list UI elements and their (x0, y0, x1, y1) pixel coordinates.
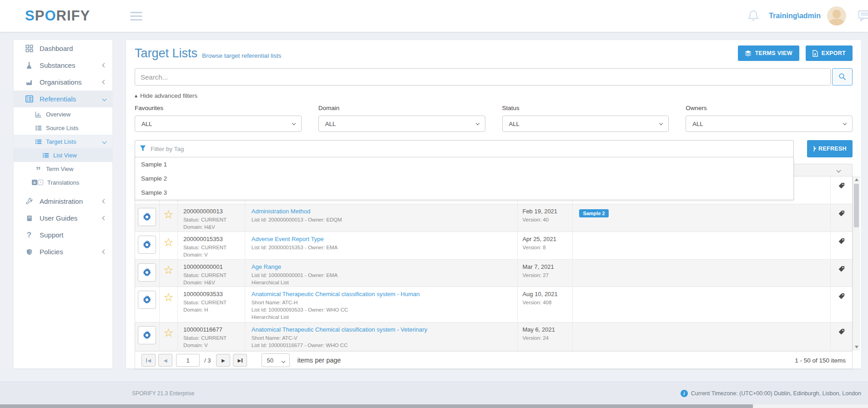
chevron-down-icon (292, 121, 296, 125)
list-id-label: List Id: 200000015353 - Owner: EMA (252, 244, 518, 251)
tag-icon[interactable] (838, 182, 845, 204)
header-chevron-down-icon[interactable] (837, 168, 841, 172)
timezone-label: Current Timezone: (UTC+00:00) Dublin, Ed… (691, 390, 861, 397)
tag-filter-input[interactable] (135, 140, 794, 157)
horizontal-scrollbar[interactable] (0, 404, 868, 408)
status-filter-label: Status (502, 105, 669, 114)
sidebar-toggle-icon[interactable] (130, 12, 142, 20)
sidebar-item-substances[interactable]: Substances (14, 57, 112, 74)
chevron-left-icon (102, 250, 107, 254)
advanced-filters: Favourites ALL Domain ALL Status ALL Own… (135, 105, 853, 132)
version-label: Version: 408 (522, 299, 572, 306)
tag-icon[interactable] (838, 328, 845, 350)
first-page-button[interactable]: ◀ (141, 354, 156, 367)
tag-option[interactable]: Sample 2 (135, 171, 793, 186)
domain-filter-select[interactable]: ALL (318, 116, 485, 132)
list-name-link[interactable]: Anatomical Therapeutic Chemical classifi… (252, 326, 518, 334)
footer: SPORIFY 21.3 Enterprise i Current Timezo… (0, 382, 868, 404)
favourite-star-icon[interactable]: ☆ (163, 327, 173, 350)
scroll-up-icon[interactable] (855, 178, 858, 181)
sidebar-item-support[interactable]: ? Support (14, 227, 112, 243)
sidebar: Dashboard Substances Organisations Refer… (14, 40, 112, 368)
sidebar-item-term-view[interactable]: ” Term View (14, 162, 112, 176)
scroll-down-icon[interactable] (855, 346, 858, 348)
tag-option[interactable]: Sample 3 (135, 186, 793, 200)
list-icon (35, 138, 42, 145)
pagination-bar: ◀ ◀ / 3 ▶ ▶ 50 items per page 1 - 50 of … (135, 352, 853, 369)
refresh-button[interactable]: REFRESH (807, 140, 853, 157)
app-logo[interactable]: SPORIFY (25, 8, 90, 24)
list-name-link[interactable]: Anatomical Therapeutic Chemical classifi… (252, 291, 518, 299)
list-id-label: List Id: 100000000001 - Owner: EMA (252, 272, 518, 279)
favourite-star-icon[interactable]: ☆ (163, 292, 173, 322)
status-filter-select[interactable]: ALL (502, 116, 669, 132)
items-range-label: 1 - 50 of 150 items (795, 357, 846, 364)
sidebar-item-organisations[interactable]: Organisations (14, 74, 112, 91)
quote-icon: ” (35, 165, 42, 173)
sidebar-item-administration[interactable]: Administration (14, 193, 112, 210)
sidebar-item-list-view[interactable]: List View (14, 148, 112, 162)
sidebar-item-label: Organisations (40, 78, 82, 86)
username-label[interactable]: Training\admin (769, 12, 821, 20)
export-button[interactable]: EXPORT (806, 45, 853, 61)
sidebar-item-target-lists[interactable]: Target Lists (14, 135, 112, 148)
row-settings-button[interactable] (138, 236, 156, 254)
prev-page-button[interactable]: ◀ (158, 354, 172, 367)
sidebar-item-source-lists[interactable]: Source Lists (14, 121, 112, 135)
sidebar-item-label: Support (40, 231, 64, 239)
tag-icon[interactable] (838, 210, 845, 232)
sidebar-item-referentials[interactable]: Referentials (14, 91, 112, 107)
hide-advanced-filters-link[interactable]: ▴ Hide advanced filters (135, 91, 853, 100)
list-id-label: List Id: 200000000013 - Owner: EDQM (252, 216, 518, 223)
search-input[interactable] (135, 68, 831, 86)
list-name-link[interactable]: Adverse Event Report Type (252, 236, 518, 244)
list-icon (35, 125, 42, 131)
chevron-down-icon (102, 139, 107, 144)
chevron-down-icon (475, 121, 479, 125)
terms-view-button[interactable]: TERMS VIEW (738, 45, 799, 61)
favourite-star-icon[interactable]: ☆ (163, 237, 173, 259)
row-settings-button[interactable] (138, 291, 156, 309)
version-label: Version: 27 (522, 272, 572, 279)
row-settings-button[interactable] (138, 326, 156, 344)
sidebar-item-translations[interactable]: A* Translations (14, 176, 112, 189)
search-button[interactable] (832, 68, 853, 86)
horizontal-scrollbar-thumb[interactable] (0, 404, 753, 408)
sidebar-item-user-guides[interactable]: User Guides (14, 210, 112, 227)
status-label: Status: CURRENT (183, 334, 245, 342)
sidebar-item-label: List View (53, 152, 77, 159)
sidebar-item-dashboard[interactable]: Dashboard (14, 40, 112, 57)
version-label: Version: 40 (522, 216, 572, 223)
list-id-number: 200000000013 (183, 208, 245, 216)
version-label: Version: 8 (522, 244, 572, 251)
sidebar-item-policies[interactable]: Policies (14, 243, 112, 260)
tag-icon[interactable] (838, 238, 845, 259)
table-row: ☆100000000001Status: CURRENTDomain: H&VA… (135, 260, 852, 287)
avatar[interactable] (827, 6, 846, 25)
page-size-select[interactable]: 50 (262, 353, 290, 367)
favourites-filter-select[interactable]: ALL (135, 116, 302, 132)
domain-label: Domain: V (183, 342, 245, 349)
row-settings-button[interactable] (138, 208, 156, 226)
tag-icon[interactable] (838, 266, 845, 287)
last-page-button[interactable]: ▶ (233, 354, 247, 367)
list-id-number: 100000116677 (183, 326, 245, 334)
sidebar-item-overview[interactable]: Overview (14, 107, 112, 121)
row-settings-button[interactable] (138, 263, 156, 282)
page-number-input[interactable] (176, 354, 200, 367)
tag-option[interactable]: Sample 1 (135, 157, 793, 171)
list-id-label: List Id: 100000093533 - Owner: WHO CC (252, 306, 518, 313)
chat-icon[interactable] (858, 10, 868, 22)
notifications-bell-icon[interactable] (748, 10, 759, 22)
next-page-button[interactable]: ▶ (216, 354, 230, 367)
list-name-link[interactable]: Age Range (252, 263, 518, 272)
date-label: Feb 19, 2021 (522, 208, 572, 216)
list-icon (42, 152, 49, 159)
favourite-star-icon[interactable]: ☆ (163, 265, 173, 287)
favourite-star-icon[interactable]: ☆ (163, 209, 173, 232)
scrollbar-thumb[interactable] (854, 184, 859, 227)
table-scrollbar[interactable] (853, 176, 860, 351)
owners-filter-select[interactable]: ALL (686, 116, 853, 132)
tag-icon[interactable] (838, 293, 845, 322)
list-name-link[interactable]: Administration Method (252, 208, 518, 216)
